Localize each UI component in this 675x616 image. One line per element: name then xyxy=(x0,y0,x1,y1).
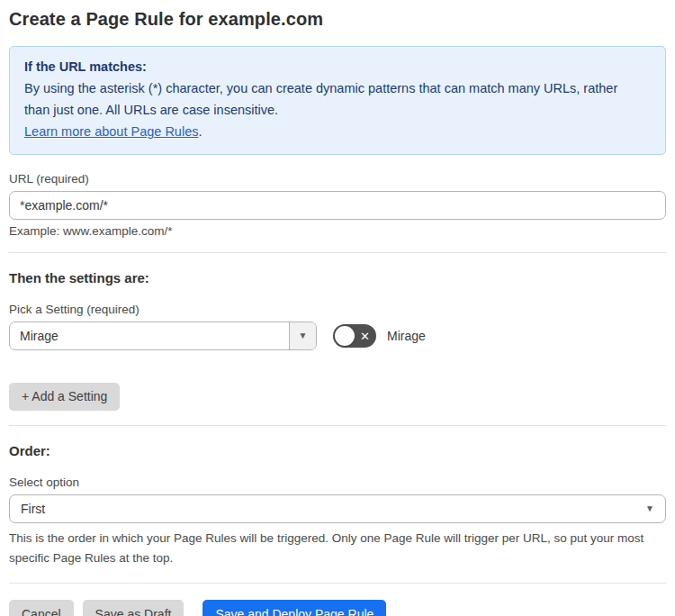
url-example-helper: Example: www.example.com/* xyxy=(9,224,666,238)
setting-dropdown-button[interactable]: ▼ xyxy=(289,322,316,349)
order-select[interactable]: First ▼ xyxy=(9,494,666,523)
cancel-button[interactable]: Cancel xyxy=(9,600,74,616)
page-title: Create a Page Rule for example.com xyxy=(9,9,666,30)
url-match-info-box: If the URL matches: By using the asteris… xyxy=(9,46,666,155)
mirage-toggle[interactable]: ✕ xyxy=(333,324,376,348)
order-select-value: First xyxy=(21,502,45,516)
order-helper-text: This is the order in which your Page Rul… xyxy=(9,529,657,567)
setting-dropdown-value: Mirage xyxy=(10,322,289,349)
info-box-heading: If the URL matches: xyxy=(24,57,651,77)
divider xyxy=(9,425,666,426)
toggle-knob xyxy=(335,326,355,346)
url-field-label: URL (required) xyxy=(9,172,666,186)
url-input[interactable] xyxy=(9,191,666,220)
info-box-link-line: Learn more about Page Rules. xyxy=(24,122,651,142)
toggle-label: Mirage xyxy=(387,329,426,343)
chevron-down-icon: ▼ xyxy=(299,331,308,340)
setting-dropdown[interactable]: Mirage ▼ xyxy=(9,322,317,350)
footer-button-row: Cancel Save as Draft Save and Deploy Pag… xyxy=(9,600,666,616)
save-deploy-button[interactable]: Save and Deploy Page Rule xyxy=(202,600,386,616)
add-setting-button[interactable]: + Add a Setting xyxy=(9,383,120,411)
learn-more-link[interactable]: Learn more about Page Rules xyxy=(24,124,198,139)
settings-section-heading: Then the settings are: xyxy=(9,270,666,285)
pick-setting-label: Pick a Setting (required) xyxy=(9,303,666,316)
toggle-off-x-icon: ✕ xyxy=(360,330,370,341)
save-draft-button[interactable]: Save as Draft xyxy=(83,600,184,616)
info-box-body: By using the asterisk (*) character, you… xyxy=(24,78,618,121)
divider xyxy=(9,252,666,253)
chevron-down-icon: ▼ xyxy=(645,504,654,513)
setting-row: Mirage ▼ ✕ Mirage xyxy=(9,322,666,350)
link-period: . xyxy=(198,124,202,139)
divider xyxy=(9,583,666,584)
order-section-heading: Order: xyxy=(9,443,666,458)
select-option-label: Select option xyxy=(9,476,666,489)
